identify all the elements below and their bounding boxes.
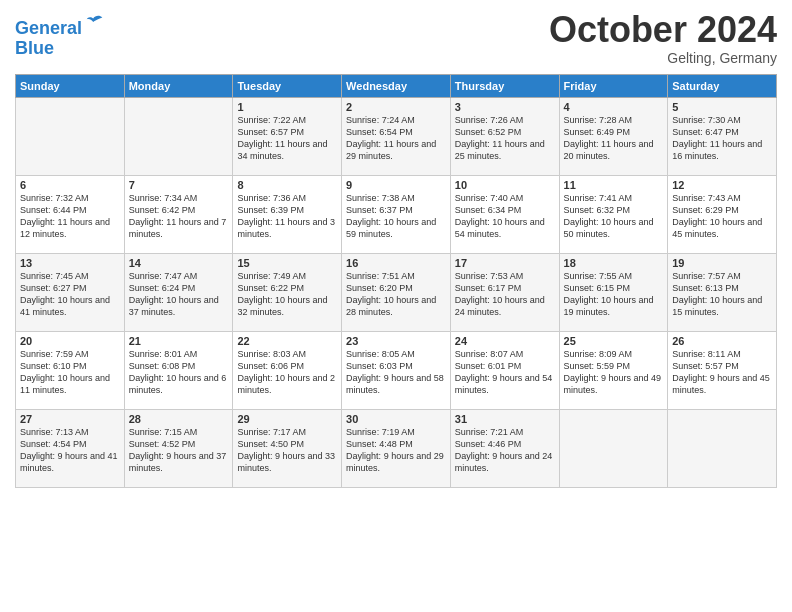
day-number: 18	[564, 257, 664, 269]
day-info: Sunrise: 7:17 AM Sunset: 4:50 PM Dayligh…	[237, 426, 337, 475]
day-number: 10	[455, 179, 555, 191]
day-number: 31	[455, 413, 555, 425]
calendar-cell: 9Sunrise: 7:38 AM Sunset: 6:37 PM Daylig…	[342, 175, 451, 253]
day-info: Sunrise: 7:49 AM Sunset: 6:22 PM Dayligh…	[237, 270, 337, 319]
week-row-3: 20Sunrise: 7:59 AM Sunset: 6:10 PM Dayli…	[16, 331, 777, 409]
day-number: 3	[455, 101, 555, 113]
day-info: Sunrise: 7:30 AM Sunset: 6:47 PM Dayligh…	[672, 114, 772, 163]
day-info: Sunrise: 7:41 AM Sunset: 6:32 PM Dayligh…	[564, 192, 664, 241]
day-number: 13	[20, 257, 120, 269]
day-number: 26	[672, 335, 772, 347]
col-saturday: Saturday	[668, 74, 777, 97]
day-info: Sunrise: 7:43 AM Sunset: 6:29 PM Dayligh…	[672, 192, 772, 241]
calendar-cell	[124, 97, 233, 175]
day-info: Sunrise: 8:11 AM Sunset: 5:57 PM Dayligh…	[672, 348, 772, 397]
title-block: October 2024 Gelting, Germany	[549, 10, 777, 66]
day-info: Sunrise: 7:34 AM Sunset: 6:42 PM Dayligh…	[129, 192, 229, 241]
calendar-cell: 5Sunrise: 7:30 AM Sunset: 6:47 PM Daylig…	[668, 97, 777, 175]
week-row-2: 13Sunrise: 7:45 AM Sunset: 6:27 PM Dayli…	[16, 253, 777, 331]
col-thursday: Thursday	[450, 74, 559, 97]
day-info: Sunrise: 7:26 AM Sunset: 6:52 PM Dayligh…	[455, 114, 555, 163]
day-info: Sunrise: 7:32 AM Sunset: 6:44 PM Dayligh…	[20, 192, 120, 241]
day-number: 23	[346, 335, 446, 347]
day-info: Sunrise: 8:03 AM Sunset: 6:06 PM Dayligh…	[237, 348, 337, 397]
calendar-cell: 3Sunrise: 7:26 AM Sunset: 6:52 PM Daylig…	[450, 97, 559, 175]
calendar-cell: 2Sunrise: 7:24 AM Sunset: 6:54 PM Daylig…	[342, 97, 451, 175]
day-number: 12	[672, 179, 772, 191]
day-info: Sunrise: 7:38 AM Sunset: 6:37 PM Dayligh…	[346, 192, 446, 241]
location-subtitle: Gelting, Germany	[549, 50, 777, 66]
logo-text: General	[15, 14, 106, 39]
day-number: 8	[237, 179, 337, 191]
calendar-cell: 27Sunrise: 7:13 AM Sunset: 4:54 PM Dayli…	[16, 409, 125, 487]
col-wednesday: Wednesday	[342, 74, 451, 97]
day-number: 4	[564, 101, 664, 113]
calendar-cell: 24Sunrise: 8:07 AM Sunset: 6:01 PM Dayli…	[450, 331, 559, 409]
day-number: 19	[672, 257, 772, 269]
day-info: Sunrise: 7:13 AM Sunset: 4:54 PM Dayligh…	[20, 426, 120, 475]
calendar-cell: 20Sunrise: 7:59 AM Sunset: 6:10 PM Dayli…	[16, 331, 125, 409]
calendar-cell: 8Sunrise: 7:36 AM Sunset: 6:39 PM Daylig…	[233, 175, 342, 253]
day-number: 17	[455, 257, 555, 269]
month-title: October 2024	[549, 10, 777, 50]
day-number: 7	[129, 179, 229, 191]
col-friday: Friday	[559, 74, 668, 97]
calendar-cell: 14Sunrise: 7:47 AM Sunset: 6:24 PM Dayli…	[124, 253, 233, 331]
day-info: Sunrise: 7:19 AM Sunset: 4:48 PM Dayligh…	[346, 426, 446, 475]
calendar-cell: 28Sunrise: 7:15 AM Sunset: 4:52 PM Dayli…	[124, 409, 233, 487]
calendar-cell: 16Sunrise: 7:51 AM Sunset: 6:20 PM Dayli…	[342, 253, 451, 331]
day-number: 11	[564, 179, 664, 191]
day-number: 15	[237, 257, 337, 269]
calendar-cell: 23Sunrise: 8:05 AM Sunset: 6:03 PM Dayli…	[342, 331, 451, 409]
calendar-cell: 6Sunrise: 7:32 AM Sunset: 6:44 PM Daylig…	[16, 175, 125, 253]
day-info: Sunrise: 7:59 AM Sunset: 6:10 PM Dayligh…	[20, 348, 120, 397]
col-tuesday: Tuesday	[233, 74, 342, 97]
week-row-4: 27Sunrise: 7:13 AM Sunset: 4:54 PM Dayli…	[16, 409, 777, 487]
calendar-cell: 10Sunrise: 7:40 AM Sunset: 6:34 PM Dayli…	[450, 175, 559, 253]
logo-blue: Blue	[15, 39, 106, 59]
day-info: Sunrise: 8:07 AM Sunset: 6:01 PM Dayligh…	[455, 348, 555, 397]
day-number: 1	[237, 101, 337, 113]
day-info: Sunrise: 7:55 AM Sunset: 6:15 PM Dayligh…	[564, 270, 664, 319]
col-sunday: Sunday	[16, 74, 125, 97]
calendar-cell: 21Sunrise: 8:01 AM Sunset: 6:08 PM Dayli…	[124, 331, 233, 409]
calendar-cell: 18Sunrise: 7:55 AM Sunset: 6:15 PM Dayli…	[559, 253, 668, 331]
day-info: Sunrise: 7:22 AM Sunset: 6:57 PM Dayligh…	[237, 114, 337, 163]
day-info: Sunrise: 8:05 AM Sunset: 6:03 PM Dayligh…	[346, 348, 446, 397]
day-number: 27	[20, 413, 120, 425]
day-number: 22	[237, 335, 337, 347]
day-info: Sunrise: 7:57 AM Sunset: 6:13 PM Dayligh…	[672, 270, 772, 319]
calendar-cell: 12Sunrise: 7:43 AM Sunset: 6:29 PM Dayli…	[668, 175, 777, 253]
day-number: 25	[564, 335, 664, 347]
day-number: 21	[129, 335, 229, 347]
day-info: Sunrise: 7:28 AM Sunset: 6:49 PM Dayligh…	[564, 114, 664, 163]
calendar-cell	[559, 409, 668, 487]
day-info: Sunrise: 7:21 AM Sunset: 4:46 PM Dayligh…	[455, 426, 555, 475]
day-info: Sunrise: 7:36 AM Sunset: 6:39 PM Dayligh…	[237, 192, 337, 241]
day-info: Sunrise: 7:51 AM Sunset: 6:20 PM Dayligh…	[346, 270, 446, 319]
day-number: 30	[346, 413, 446, 425]
calendar-cell: 17Sunrise: 7:53 AM Sunset: 6:17 PM Dayli…	[450, 253, 559, 331]
calendar-cell	[668, 409, 777, 487]
calendar-table: Sunday Monday Tuesday Wednesday Thursday…	[15, 74, 777, 488]
day-info: Sunrise: 7:40 AM Sunset: 6:34 PM Dayligh…	[455, 192, 555, 241]
calendar-cell: 7Sunrise: 7:34 AM Sunset: 6:42 PM Daylig…	[124, 175, 233, 253]
calendar-cell: 25Sunrise: 8:09 AM Sunset: 5:59 PM Dayli…	[559, 331, 668, 409]
calendar-cell: 22Sunrise: 8:03 AM Sunset: 6:06 PM Dayli…	[233, 331, 342, 409]
day-info: Sunrise: 7:53 AM Sunset: 6:17 PM Dayligh…	[455, 270, 555, 319]
day-number: 9	[346, 179, 446, 191]
day-number: 20	[20, 335, 120, 347]
day-number: 5	[672, 101, 772, 113]
day-info: Sunrise: 7:15 AM Sunset: 4:52 PM Dayligh…	[129, 426, 229, 475]
calendar-cell: 26Sunrise: 8:11 AM Sunset: 5:57 PM Dayli…	[668, 331, 777, 409]
day-number: 24	[455, 335, 555, 347]
calendar-cell: 13Sunrise: 7:45 AM Sunset: 6:27 PM Dayli…	[16, 253, 125, 331]
day-number: 16	[346, 257, 446, 269]
day-number: 6	[20, 179, 120, 191]
header: General Blue October 2024 Gelting, Germa…	[15, 10, 777, 66]
day-info: Sunrise: 7:45 AM Sunset: 6:27 PM Dayligh…	[20, 270, 120, 319]
day-number: 29	[237, 413, 337, 425]
week-row-1: 6Sunrise: 7:32 AM Sunset: 6:44 PM Daylig…	[16, 175, 777, 253]
day-info: Sunrise: 7:24 AM Sunset: 6:54 PM Dayligh…	[346, 114, 446, 163]
day-info: Sunrise: 7:47 AM Sunset: 6:24 PM Dayligh…	[129, 270, 229, 319]
